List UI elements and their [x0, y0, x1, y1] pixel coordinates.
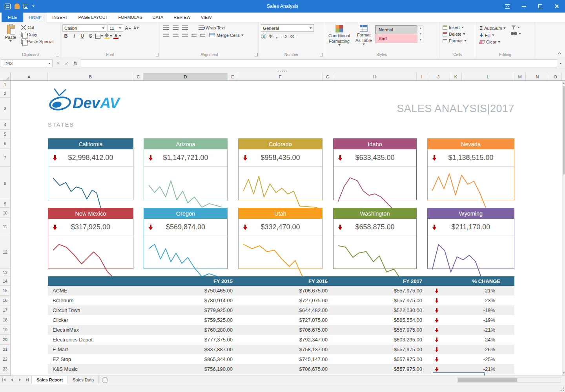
change-cell[interactable]: -21%	[445, 288, 514, 294]
company-name-cell[interactable]: E-Mart	[48, 347, 144, 352]
fy2016-cell[interactable]: $727,075.00	[238, 317, 333, 323]
delete-cells-button[interactable]: Delete	[441, 31, 474, 37]
accounting-format-button[interactable]: $	[261, 34, 266, 39]
change-arrow-cell[interactable]	[428, 367, 445, 372]
alignment-dialog-launcher[interactable]	[255, 53, 258, 56]
maximize-button[interactable]	[532, 0, 549, 13]
resize-grip[interactable]	[559, 386, 564, 391]
first-sheet-button[interactable]	[0, 376, 8, 384]
insert-cells-button[interactable]: Insert	[441, 25, 474, 30]
formula-bar-expand-button[interactable]	[557, 59, 564, 67]
grow-font-button[interactable]: A	[124, 25, 131, 32]
company-name-cell[interactable]: Braeburn	[48, 298, 144, 303]
paste-special-button[interactable]: Paste Special	[20, 38, 55, 44]
fy2015-cell[interactable]: $759,525.00	[144, 317, 238, 323]
row-header-18[interactable]: 18	[0, 315, 10, 325]
fy2015-cell[interactable]: $779,925.00	[144, 307, 238, 313]
row-header-14[interactable]: 14	[0, 276, 10, 286]
number-format-combo[interactable]: General	[261, 24, 314, 32]
save-icon[interactable]	[24, 4, 28, 9]
state-card-california[interactable]: California$2,998,412.00	[48, 138, 133, 200]
column-header-B[interactable]: B	[48, 73, 133, 80]
cell-style-normal[interactable]: Normal	[375, 25, 417, 34]
change-arrow-cell[interactable]	[428, 327, 445, 333]
percent-style-button[interactable]: %	[269, 34, 273, 39]
table-row-acme[interactable]: ACME$750,465.00$706,675.00$557,975.00-21…	[48, 286, 514, 296]
column-header-A[interactable]: A	[11, 73, 48, 80]
row-header-8[interactable]: 8	[0, 167, 10, 200]
find-select-button[interactable]	[510, 31, 522, 36]
cut-button[interactable]: Cut	[20, 25, 55, 30]
styles-scroll-up-icon[interactable]	[420, 27, 421, 29]
enter-button[interactable]: ✓	[63, 60, 71, 67]
autosum-button[interactable]: ΣAutoSum	[478, 25, 507, 31]
fy2017-cell[interactable]: $557,975.00	[333, 298, 428, 303]
comma-style-button[interactable]: ,	[276, 34, 277, 39]
fy2015-cell[interactable]: $777,375.00	[144, 337, 238, 343]
state-card-idaho[interactable]: Idaho$633,435.00	[333, 138, 417, 200]
column-header-M[interactable]: M	[514, 73, 526, 80]
row-header-5[interactable]: 5	[0, 130, 10, 138]
change-arrow-cell[interactable]	[428, 308, 445, 313]
change-arrow-cell[interactable]	[428, 288, 445, 294]
previous-sheet-button[interactable]	[8, 376, 16, 384]
sheet-tab-sales-report[interactable]: Sales Report	[31, 376, 68, 384]
company-name-cell[interactable]: ACME	[48, 288, 144, 294]
conditional-formatting-button[interactable]: Conditional Formatting	[326, 24, 352, 47]
table-row-braeburn[interactable]: Braeburn$780,914.00$727,075.00$557,975.0…	[48, 296, 514, 305]
font-size-combo[interactable]: 11	[108, 24, 123, 32]
sort-filter-button[interactable]	[510, 25, 522, 30]
fy2015-cell[interactable]: $750,465.00	[144, 288, 238, 294]
company-name-cell[interactable]: Electronics Depot	[48, 337, 144, 343]
ribbon-tab-file[interactable]: FILE	[2, 12, 23, 22]
align-center-button[interactable]	[171, 32, 180, 38]
row-header-19[interactable]: 19	[0, 325, 10, 335]
insert-function-button[interactable]: fx	[71, 60, 79, 67]
row-header-7[interactable]: 7	[0, 149, 10, 167]
row-header-10[interactable]: 10	[0, 208, 10, 218]
fy2017-cell[interactable]: $522,030.00	[333, 307, 428, 313]
close-button[interactable]	[549, 0, 565, 13]
company-name-cell[interactable]: EZ Stop	[48, 356, 144, 362]
change-arrow-cell[interactable]	[428, 337, 445, 343]
copy-button[interactable]: Copy	[20, 31, 55, 37]
state-card-wyoming[interactable]: Wyoming$211,170.00	[427, 208, 514, 269]
fy2015-cell[interactable]: $780,914.00	[144, 298, 238, 303]
column-header-D[interactable]: D	[144, 73, 228, 80]
row-header-4[interactable]: 4	[0, 120, 10, 130]
ribbon-tab-formulas[interactable]: FORMULAS	[113, 13, 147, 22]
row-header-15[interactable]: 15	[0, 286, 10, 296]
ribbon-tab-review[interactable]: REVIEW	[168, 13, 195, 22]
row-header-21[interactable]: 21	[0, 345, 10, 354]
column-header-O[interactable]: O	[549, 73, 562, 80]
row-header-12[interactable]: 12	[0, 235, 10, 269]
sheet-canvas[interactable]: DevAV SALES ANALYSIS|2017 STATES Califor…	[11, 81, 562, 376]
formula-input[interactable]	[81, 59, 557, 67]
change-arrow-cell[interactable]	[428, 357, 445, 362]
scroll-up-button[interactable]	[562, 81, 565, 85]
scroll-down-button[interactable]	[562, 371, 565, 376]
change-cell[interactable]: -23%	[445, 298, 514, 303]
ribbon-tab-page-layout[interactable]: PAGE LAYOUT	[73, 13, 113, 22]
fy2017-cell[interactable]: $557,975.00	[333, 327, 428, 333]
row-header-16[interactable]: 16	[0, 296, 10, 305]
styles-scroll-down-icon[interactable]	[420, 33, 421, 35]
format-as-table-button[interactable]: Format As Table	[353, 24, 374, 46]
align-bottom-button[interactable]	[181, 24, 189, 31]
cancel-button[interactable]: ×	[54, 60, 62, 67]
ribbon-tab-view[interactable]: VIEW	[196, 13, 217, 22]
touch-mode-icon[interactable]	[15, 4, 20, 9]
collapse-ribbon-button[interactable]	[558, 52, 561, 55]
company-name-cell[interactable]: K&S Music	[48, 366, 144, 372]
fy2016-cell[interactable]: $727,075.00	[238, 298, 333, 303]
state-card-arizona[interactable]: Arizona$1,147,721.00	[144, 138, 228, 200]
ribbon-tab-data[interactable]: DATA	[148, 13, 169, 22]
fy2015-cell[interactable]: $756,190.00	[144, 366, 238, 372]
italic-button[interactable]: I	[71, 33, 78, 40]
fy2016-cell[interactable]: $706,675.00	[238, 288, 333, 294]
excel-app-icon[interactable]	[5, 4, 11, 9]
align-right-button[interactable]	[181, 32, 189, 38]
state-card-washington[interactable]: Washington$658,875.00	[333, 208, 417, 269]
fy2017-cell[interactable]: $585,554.00	[333, 317, 428, 323]
table-row-e-mart[interactable]: E-Mart$837,887.00$758,137.00$557,975.00-…	[48, 345, 514, 354]
